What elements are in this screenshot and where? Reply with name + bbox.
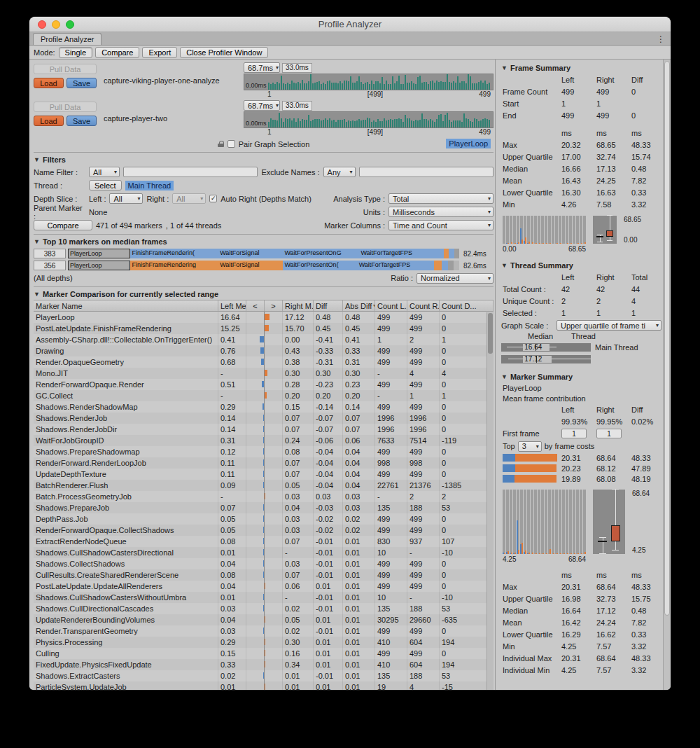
- column-header[interactable]: Count R...: [407, 300, 440, 311]
- table-row[interactable]: Shadows.PrepareJob0.070.04-0.030.0313518…: [34, 502, 493, 513]
- pull-data-button[interactable]: Pull Data: [34, 64, 97, 74]
- exclude-names-input[interactable]: [359, 167, 493, 177]
- scale-dropdown[interactable]: 68.7ms▾: [244, 62, 280, 73]
- pull-data-button[interactable]: Pull Data: [34, 102, 97, 112]
- lock-icon[interactable]: [218, 141, 224, 147]
- marker-segment[interactable]: PlayerLoop: [68, 249, 130, 258]
- marker-segment[interactable]: [442, 261, 448, 270]
- table-row[interactable]: Render.TransparentGeometry0.030.02-0.010…: [34, 625, 493, 637]
- single-button[interactable]: Single: [59, 47, 93, 58]
- table-row[interactable]: Shadows.RenderJob0.140.07-0.070.07199619…: [34, 413, 493, 424]
- frame-time-chart[interactable]: 0.00ms: [244, 74, 493, 90]
- table-row[interactable]: Shadows.ExtractCasters0.020.01-0.010.011…: [34, 670, 493, 681]
- table-row[interactable]: PostLateUpdate.FinishFrameRendering15.25…: [34, 323, 493, 334]
- marker-segment[interactable]: [435, 249, 443, 258]
- thread-select-button[interactable]: Select: [89, 180, 122, 191]
- table-row[interactable]: RenderForwardOpaque.Render0.510.28-0.230…: [34, 379, 493, 390]
- frame-time-chart[interactable]: 0.00ms: [244, 111, 493, 128]
- top-frame-row[interactable]: 19.8968.0848.19: [501, 473, 663, 484]
- table-row[interactable]: UpdateDepthTexture0.110.07-0.040.0449949…: [34, 469, 493, 480]
- foldout-icon[interactable]: ▼: [34, 156, 40, 163]
- table-row[interactable]: Shadows.RenderJobDir0.140.07-0.070.07199…: [34, 424, 493, 435]
- export-button[interactable]: Export: [142, 47, 177, 58]
- table-row[interactable]: Shadows.CullShadowCastersDirectional0.01…: [34, 547, 493, 558]
- foldout-icon[interactable]: ▼: [501, 373, 507, 380]
- depth-left-dropdown[interactable]: All ▾: [109, 193, 143, 204]
- column-header[interactable]: Diff: [314, 300, 343, 311]
- table-row[interactable]: CullResults.CreateSharedRendererScene0.0…: [34, 569, 493, 581]
- marker-segment[interactable]: WaitForSignal: [218, 249, 283, 258]
- thread-summary-header[interactable]: ▼ Thread Summary: [501, 260, 663, 271]
- marker-segment[interactable]: [434, 261, 442, 270]
- top-n-dropdown[interactable]: 3 ▾: [518, 441, 542, 452]
- marker-summary-header[interactable]: ▼ Marker Summary: [501, 371, 663, 382]
- filters-header[interactable]: ▼ Filters: [34, 154, 493, 165]
- frame-summary-header[interactable]: ▼ Frame Summary: [501, 62, 663, 74]
- load-button[interactable]: Load: [34, 78, 64, 88]
- table-row[interactable]: UpdateRendererBoundingVolumes0.040.050.0…: [34, 614, 493, 625]
- column-header[interactable]: Count D...: [440, 300, 493, 311]
- pair-graph-checkbox[interactable]: [227, 140, 235, 148]
- table-row[interactable]: Render.OpaqueGeometry0.680.38-0.310.3149…: [34, 356, 493, 368]
- close-profiler-window-button[interactable]: Close Profiler Window: [180, 47, 268, 58]
- marker-segment[interactable]: WaitForPresentOn(: [283, 261, 357, 270]
- column-header[interactable]: Marker Name: [34, 300, 218, 311]
- graph-scale-dropdown[interactable]: Upper quartile of frame ti ▾: [556, 320, 662, 331]
- column-header[interactable]: >: [265, 300, 283, 311]
- thread-row[interactable]: 16.64Main Thread: [501, 342, 663, 352]
- table-scrollbar-thumb[interactable]: [488, 313, 493, 354]
- table-row[interactable]: GC.Collect-0.200.200.20-11: [34, 390, 493, 401]
- name-filter-input[interactable]: [123, 167, 258, 177]
- save-button[interactable]: Save: [66, 78, 97, 88]
- marker-segment[interactable]: [444, 249, 449, 258]
- marker-segment[interactable]: WaitForPresentOnG: [283, 249, 359, 258]
- compare-button[interactable]: Compare: [95, 47, 139, 58]
- table-row[interactable]: Shadows.CollectShadows0.040.03-0.010.014…: [34, 558, 493, 569]
- marker-segment[interactable]: WaitForSignal: [218, 261, 283, 270]
- table-row[interactable]: Shadows.CullShadowCastersWithoutUmbra0.0…: [34, 592, 493, 603]
- compare-button[interactable]: Compare: [34, 220, 92, 230]
- table-row[interactable]: Shadows.RenderShadowMap0.290.15-0.140.14…: [34, 401, 493, 413]
- column-header[interactable]: Right M...: [283, 300, 314, 311]
- marker-columns-dropdown[interactable]: Time and Count ▾: [388, 220, 493, 230]
- table-row[interactable]: WaitForJobGroupID0.310.24-0.060.06763375…: [34, 435, 493, 446]
- table-row[interactable]: PostLateUpdate.UpdateAllRenderers0.040.0…: [34, 581, 493, 592]
- column-header[interactable]: <: [246, 300, 265, 311]
- frame-index-button[interactable]: 356: [34, 261, 66, 270]
- table-row[interactable]: RenderForward.RenderLoopJob0.110.07-0.04…: [34, 457, 493, 469]
- marker-segment[interactable]: PlayerLoop: [68, 261, 130, 270]
- foldout-icon[interactable]: ▼: [34, 238, 40, 245]
- top-frame-row[interactable]: 20.2368.1247.89: [501, 463, 663, 473]
- table-row[interactable]: Drawing0.760.43-0.330.334994990: [34, 345, 493, 356]
- table-scrollbar[interactable]: [486, 312, 493, 690]
- titlebar[interactable]: Profile Analyzer: [29, 17, 671, 32]
- save-button[interactable]: Save: [66, 116, 97, 126]
- scrollbar-thumb[interactable]: [664, 61, 670, 616]
- name-filter-mode-dropdown[interactable]: All ▾: [89, 167, 120, 177]
- ratio-dropdown[interactable]: Normalized ▾: [416, 273, 493, 284]
- marker-segment[interactable]: [448, 261, 454, 270]
- top10-header[interactable]: ▼ Top 10 markers on median frames: [34, 236, 493, 247]
- kebab-menu-icon[interactable]: ⋮: [657, 34, 665, 44]
- vertical-scrollbar[interactable]: [663, 60, 671, 690]
- marker-segment[interactable]: FinishFrameRendering: [130, 261, 218, 270]
- table-row[interactable]: Culling0.150.160.010.014994990: [34, 648, 493, 659]
- scale-dropdown[interactable]: 68.7ms▾: [244, 100, 280, 111]
- table-row[interactable]: Physics.Processing0.290.300.010.01410604…: [34, 637, 493, 648]
- foldout-icon[interactable]: ▼: [501, 262, 507, 269]
- close-button[interactable]: [38, 20, 46, 29]
- marker-segment[interactable]: WaitForTargetFPS: [359, 249, 435, 258]
- table-row[interactable]: Shadows.CullDirectionalCascades0.030.02-…: [34, 603, 493, 614]
- table-row[interactable]: ExtractRenderNodeQueue0.080.07-0.010.018…: [34, 536, 493, 547]
- analysis-type-dropdown[interactable]: Total ▾: [388, 193, 493, 204]
- zoom-button[interactable]: [66, 20, 74, 29]
- table-row[interactable]: DepthPass.Job0.050.03-0.020.024994990: [34, 513, 493, 525]
- table-row[interactable]: ParticleSystem.UpdateJob0.010.010.010.01…: [34, 681, 493, 690]
- column-header[interactable]: Left Me...: [218, 300, 246, 311]
- marker-segment[interactable]: FinishFrameRenderin(: [130, 249, 218, 258]
- units-dropdown[interactable]: Milliseconds ▾: [388, 207, 493, 217]
- marker-segment[interactable]: WaitForTargetFPS: [358, 261, 434, 270]
- foldout-icon[interactable]: ▼: [501, 64, 507, 71]
- exclude-mode-dropdown[interactable]: Any ▾: [323, 167, 356, 177]
- table-row[interactable]: PlayerLoop16.6417.120.480.484994990: [34, 312, 493, 323]
